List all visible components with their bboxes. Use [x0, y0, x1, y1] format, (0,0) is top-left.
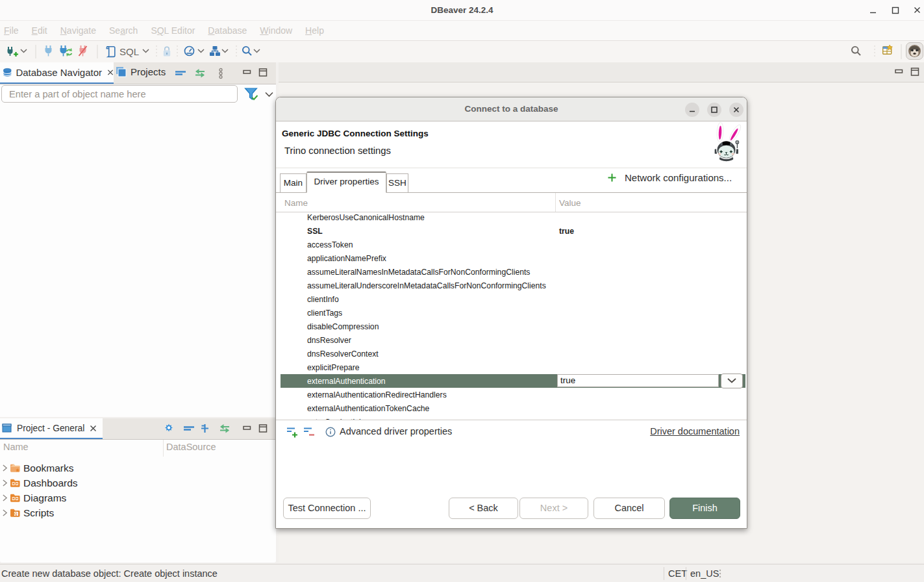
svg-text:SQL: SQL: [119, 46, 139, 57]
svg-text:Q: Q: [14, 512, 18, 516]
